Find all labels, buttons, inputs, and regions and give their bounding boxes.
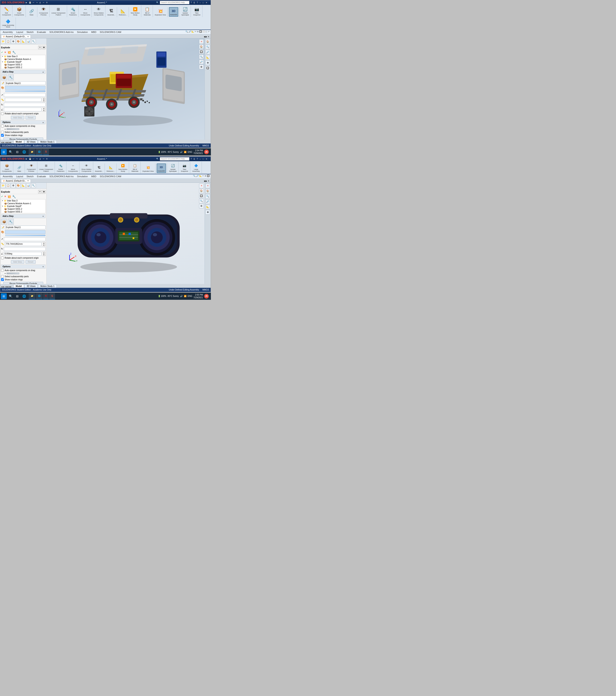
panel-tool-2-6[interactable]: 📊 <box>26 183 31 188</box>
panel-tool-extra1[interactable]: 📊 <box>26 39 31 44</box>
step-icon-btn-2[interactable]: 🔧 <box>8 75 14 80</box>
subassembly-checkbox-2[interactable] <box>1 275 4 278</box>
ribbon-btn-2-instant3d[interactable]: 3D Instant3D <box>157 163 166 173</box>
viewport-2[interactable]: ✕ 🏠 🔲 🔍 ⚙ <box>47 183 205 284</box>
cancel-btn-1[interactable]: ✕ <box>4 51 6 54</box>
ribbon-btn-large[interactable]: 🔷 Large AssemblyMode <box>1 18 15 29</box>
doc-tab-assem1[interactable]: ⚙ Assem1 (Default+Di... ▼ <box>1 35 31 38</box>
vp-btn-2-zoom[interactable]: 🔍 <box>199 199 204 203</box>
ribbon-btn-move[interactable]: ↔️ MoveComponents <box>80 6 91 17</box>
taskbar-start-btn-2[interactable]: ⊞ <box>1 293 7 299</box>
ribbon-btn-2-update[interactable]: 🔄 UpdateSpeedpak <box>168 162 178 173</box>
tree-item-2-support3[interactable]: 📦 Support SIDE-2 <box>1 210 45 213</box>
rotate-checkbox-2[interactable] <box>1 256 4 259</box>
taskbar-app-chrome-1[interactable]: 🌐 <box>36 149 43 155</box>
angle-input[interactable]: 0.00deg <box>4 108 42 111</box>
menu-layout-2[interactable]: Layout <box>15 175 25 178</box>
taskbar-app-file-1[interactable]: 📁 <box>29 149 35 155</box>
ribbon-btn-2-mate[interactable]: 🔗 Mate <box>15 164 24 173</box>
explode-options-btn[interactable]: ⚙ <box>42 46 46 49</box>
add-step-btn[interactable]: Add Step <box>11 116 24 120</box>
dimension-input-2[interactable] <box>5 242 42 246</box>
dim-up-btn[interactable]: ▲ <box>43 98 45 100</box>
ri-btn-1[interactable]: 🏠 <box>206 39 210 44</box>
vp-btn-2-home[interactable]: 🏠 <box>199 189 204 193</box>
rotation-input[interactable] <box>4 103 46 107</box>
ri-btn-6[interactable]: 🔲 <box>206 66 210 70</box>
tree-item-step8[interactable]: ▼ 📁 Explode Step8* <box>1 61 45 63</box>
cancel-btn-2[interactable]: ✕ <box>4 195 6 198</box>
vp-btn-view3[interactable]: 🔍 <box>199 54 204 59</box>
ri-btn-2-6[interactable]: ⊕ <box>206 210 210 215</box>
explode-help-btn[interactable]: ? <box>38 46 42 49</box>
taskbar-taskview-1[interactable]: ⊟ <box>14 149 20 155</box>
menu-evaluate-2[interactable]: Evaluate <box>36 175 47 178</box>
ribbon-btn-exploded[interactable]: 💥 Exploded View <box>154 7 167 17</box>
tree-item-2-step8[interactable]: ▼ 📁 Explode Step8* <box>1 205 45 208</box>
tree-item-camera[interactable]: 📦 Camera Module Assem-1 <box>1 58 45 61</box>
menu-assembly-1[interactable]: Assembly <box>1 30 14 34</box>
drag-slider-2[interactable] <box>6 272 19 274</box>
taskbar-taskview-2[interactable]: ⊟ <box>14 293 20 299</box>
ribbon-btn-2-smart[interactable]: 🔩 SmartFasteners <box>56 162 65 173</box>
angle-input-2[interactable] <box>4 252 42 256</box>
ri-btn-2-3[interactable]: 🔍 <box>206 194 210 199</box>
menu-sketch-1[interactable]: Sketch <box>25 30 35 34</box>
panel-tool-display[interactable]: 🎨 <box>16 39 21 44</box>
taskbar-app-sw-2[interactable]: S <box>49 293 55 299</box>
autospace-checkbox-2[interactable] <box>1 269 4 272</box>
ri-btn-2[interactable]: 🔍 <box>206 45 210 49</box>
options-header-2[interactable]: Options ▲ <box>1 265 46 269</box>
ribbon-btn-2-linear[interactable]: ⊞ Linear ComponentPattern <box>38 162 54 173</box>
ri-btn-2-5[interactable]: 📐 <box>206 205 210 209</box>
ri-btn-5[interactable]: ⊕ <box>206 60 210 65</box>
panel-tool-2-3[interactable]: ⚙ <box>11 183 16 188</box>
rotation-rings-checkbox[interactable] <box>1 134 4 137</box>
taskbar-search-2[interactable]: 🔍 <box>7 293 14 299</box>
ribbon-btn-assemble[interactable]: 🏗 Assembl... <box>107 7 116 17</box>
menu-evaluate-1[interactable]: Evaluate <box>36 30 47 34</box>
ribbon-btn-motion[interactable]: ▶️ New MotionStudy <box>130 6 140 17</box>
step-icon-btn-3[interactable]: 📦 <box>1 219 7 225</box>
menu-simulation-1[interactable]: Simulation <box>76 30 89 34</box>
dim-up-btn-2[interactable]: ▲ <box>43 242 45 244</box>
color-slider-2[interactable] <box>5 235 46 236</box>
ribbon-btn-2-assemble[interactable]: 🏗 Assembl... <box>95 164 104 173</box>
vp-btn-2-grid[interactable]: 🔲 <box>199 194 204 198</box>
tree-item-2-support2[interactable]: 📦 Support SIDE-2 <box>1 208 45 210</box>
tree-item-2-interbase[interactable]: ▼ 📁 Inter Bas-3 <box>1 200 45 202</box>
ribbon-btn-2-motion[interactable]: ▶️ New MotionStudy <box>118 162 128 173</box>
doc-tab-close-2[interactable]: ▼ <box>27 180 29 182</box>
menu-swaddins-2[interactable]: SOLIDWORKS Add-Ins <box>48 175 75 178</box>
menu-swcam-1[interactable]: SOLIDWORKS CAM <box>98 30 123 34</box>
vp-btn-view2[interactable]: 🔲 <box>199 49 204 54</box>
tab-3dviews-1[interactable]: 3D Views <box>24 140 38 143</box>
tree-item-support2[interactable]: 📦 Support SIDE-2 <box>1 63 45 66</box>
tab-3dviews-2[interactable]: 3D Views <box>24 284 38 288</box>
ribbon-btn-smart[interactable]: 🔩 SmartFasteners <box>68 6 78 17</box>
vp-btn-zoom[interactable]: 🔎 <box>199 60 204 64</box>
panel-tool-2-1[interactable]: 📁 <box>1 183 5 188</box>
color-picker[interactable] <box>5 86 46 90</box>
taskbar-search-1[interactable]: 🔍 <box>7 149 14 155</box>
panel-tool-properties[interactable]: 📋 <box>6 39 11 44</box>
search-input-1[interactable] <box>160 1 189 4</box>
ribbon-btn-insert[interactable]: 📦 InsertComponents <box>14 6 25 17</box>
ribbon-btn-bom[interactable]: 📋 Bill ofMaterials <box>143 6 152 17</box>
reuse-explode-btn-2[interactable]: Reuse Subassembly Explode <box>3 282 44 284</box>
notification-badge-2[interactable]: 26 <box>204 294 209 299</box>
reset-btn-2[interactable]: Reset <box>26 260 36 264</box>
direction-input[interactable] <box>4 93 46 97</box>
ri-btn-2-4[interactable]: 🔎 <box>206 200 210 204</box>
ribbon-btn-2-move[interactable]: ↔️ MoveComponents <box>68 162 79 173</box>
direction-input-2[interactable] <box>4 237 46 241</box>
vp-btn-close[interactable]: ✕ <box>199 39 204 44</box>
dim-down-btn-2[interactable]: ▼ <box>43 244 45 246</box>
tab-motionstudy-1[interactable]: Motion Study 1 <box>38 140 57 143</box>
menu-assembly-2[interactable]: Assembly <box>1 175 14 178</box>
add-step-header[interactable]: Add a Step ▲ <box>1 70 46 74</box>
viewport-1[interactable]: ✕ 🏠 🔲 🔍 🔎 ⚙ <box>47 38 205 140</box>
menu-swcam-2[interactable]: SOLIDWORKS CAM <box>98 175 123 178</box>
ribbon-btn-update[interactable]: 🔄 UpdateSpeedpak <box>180 6 190 17</box>
step-name-input[interactable] <box>5 81 46 85</box>
